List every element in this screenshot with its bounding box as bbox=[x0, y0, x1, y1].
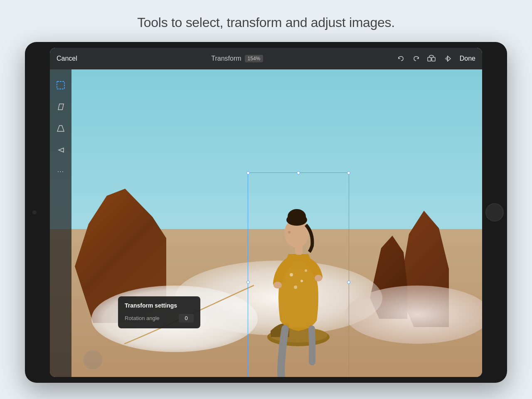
undo-button[interactable] bbox=[397, 55, 405, 62]
toolbar: Cancel Transform 154% bbox=[50, 48, 482, 69]
done-button[interactable]: Done bbox=[460, 55, 475, 62]
page-title: Tools to select, transform and adjust im… bbox=[137, 15, 395, 30]
redo-button[interactable] bbox=[412, 55, 420, 62]
svg-point-3 bbox=[300, 280, 303, 282]
canvas-background bbox=[50, 48, 482, 377]
screen: Cancel Transform 154% bbox=[50, 48, 482, 377]
tablet-frame: Cancel Transform 154% bbox=[25, 42, 507, 383]
warp-tool-button[interactable] bbox=[53, 143, 68, 158]
zoom-badge[interactable]: 154% bbox=[245, 55, 264, 62]
cancel-button[interactable]: Cancel bbox=[57, 55, 77, 62]
rotation-row: Rotation angle 0 bbox=[125, 314, 194, 323]
transform-settings-title: Transform settings bbox=[125, 302, 194, 309]
svg-rect-17 bbox=[428, 57, 431, 61]
toolbar-actions: Done bbox=[397, 55, 475, 62]
tools-panel: ··· bbox=[50, 69, 71, 377]
svg-point-6 bbox=[273, 282, 282, 288]
rotation-value[interactable]: 0 bbox=[179, 314, 194, 323]
svg-point-5 bbox=[305, 269, 307, 272]
perspective-tool-button[interactable] bbox=[53, 121, 68, 136]
cloud-bottom-right bbox=[345, 286, 482, 344]
home-button-overlay[interactable] bbox=[83, 350, 102, 369]
svg-point-12 bbox=[288, 231, 291, 234]
svg-rect-18 bbox=[432, 57, 435, 61]
toolbar-title: Transform bbox=[211, 55, 241, 62]
svg-point-2 bbox=[290, 273, 293, 276]
toolbar-center: Transform 154% bbox=[77, 55, 397, 62]
camera-left bbox=[32, 210, 37, 214]
proportional-lock-icon[interactable] bbox=[427, 55, 436, 62]
subject-image bbox=[248, 171, 349, 377]
svg-point-7 bbox=[315, 275, 322, 281]
svg-rect-19 bbox=[57, 81, 64, 89]
transform-settings-panel: Transform settings Rotation angle 0 bbox=[118, 296, 200, 328]
more-tools-button[interactable]: ··· bbox=[53, 164, 68, 179]
svg-point-4 bbox=[294, 286, 297, 289]
skew-tool-button[interactable] bbox=[53, 99, 68, 114]
flip-button[interactable] bbox=[443, 55, 452, 62]
svg-point-11 bbox=[286, 214, 307, 226]
select-tool-button[interactable] bbox=[53, 78, 68, 93]
home-button[interactable] bbox=[485, 203, 504, 222]
rotation-label: Rotation angle bbox=[125, 315, 160, 321]
